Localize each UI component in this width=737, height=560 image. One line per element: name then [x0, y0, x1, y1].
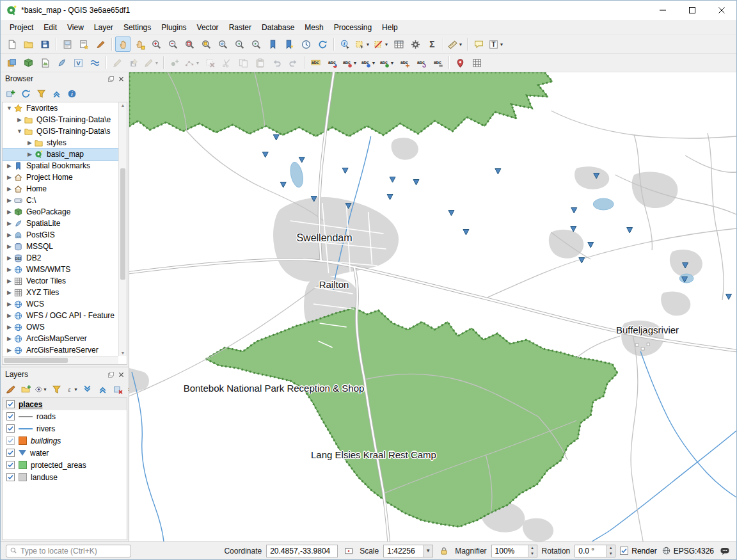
- metasearch-icon[interactable]: [469, 55, 484, 70]
- menu-layer[interactable]: Layer: [89, 21, 118, 34]
- move-label-icon[interactable]: abc: [397, 55, 412, 70]
- zoom-last-icon[interactable]: [232, 36, 247, 52]
- new-virtual-layer-icon[interactable]: V: [70, 55, 86, 70]
- chevron-right-icon[interactable]: ▶: [5, 174, 13, 180]
- zoom-to-layer-icon[interactable]: [215, 36, 230, 52]
- render-checkbox[interactable]: Render: [620, 547, 656, 556]
- vertex-tool-icon[interactable]: ▼: [184, 55, 201, 70]
- zoom-to-selection-icon[interactable]: [198, 36, 214, 52]
- browser-item-basic-map[interactable]: ▶basic_map: [3, 148, 118, 160]
- layer-visibility-checkbox[interactable]: [6, 424, 15, 433]
- layer-item-buildings[interactable]: buildings: [3, 435, 127, 447]
- rotation-spinbox[interactable]: 0.0 ° ▲▼: [575, 545, 615, 557]
- close-button[interactable]: [707, 1, 736, 20]
- add-feature-icon[interactable]: [167, 55, 182, 70]
- chevron-right-icon[interactable]: ▶: [5, 335, 13, 342]
- browser-item-mssql[interactable]: ▶MSSQL: [3, 241, 118, 252]
- highlight-pinned-labels-icon[interactable]: abc▼: [341, 55, 358, 70]
- layer-diagram-icon[interactable]: abc: [324, 55, 340, 70]
- layer-visibility-checkbox[interactable]: [6, 449, 15, 457]
- layer-visibility-checkbox[interactable]: [6, 400, 15, 408]
- chevron-right-icon[interactable]: ▶: [5, 255, 13, 261]
- change-label-icon[interactable]: abc: [430, 55, 445, 70]
- properties-widget-icon[interactable]: i: [65, 86, 79, 100]
- delete-selected-icon[interactable]: [202, 55, 218, 70]
- processing-toolbox-icon[interactable]: [408, 36, 423, 52]
- browser-item-favorites[interactable]: ▼Favorites: [3, 102, 118, 114]
- crs-indicator[interactable]: EPSG:4326: [662, 546, 714, 556]
- layer-item-roads[interactable]: roads: [3, 410, 127, 422]
- browser-item-project-home[interactable]: ▶Project Home: [3, 172, 118, 183]
- float-panel-icon[interactable]: [106, 74, 116, 84]
- zoom-full-icon[interactable]: [182, 36, 197, 52]
- filter-by-expression-icon[interactable]: ε▼: [65, 382, 79, 396]
- scrollbar-thumb[interactable]: [4, 358, 68, 363]
- identify-features-icon[interactable]: i: [337, 36, 353, 52]
- open-attribute-table-icon[interactable]: [391, 36, 406, 52]
- map-tips-icon[interactable]: [471, 36, 486, 52]
- browser-item-home[interactable]: ▶Home: [3, 183, 118, 195]
- browser-item-wfs-ogc-api-feature[interactable]: ▶WFS / OGC API - Feature: [3, 310, 118, 321]
- chevron-right-icon[interactable]: ▶: [5, 220, 13, 227]
- browser-item-arcgismapserver[interactable]: ▶ArcGisMapServer: [3, 333, 118, 344]
- browser-item-arcgisfeatureserver[interactable]: ▶ArcGisFeatureServer: [3, 344, 118, 356]
- zoom-out-icon[interactable]: [165, 36, 180, 52]
- layer-labeling-icon[interactable]: abc: [308, 55, 323, 70]
- deselect-features-icon[interactable]: ▼: [372, 36, 390, 52]
- close-panel-icon[interactable]: [116, 74, 126, 84]
- data-source-manager-icon[interactable]: [4, 55, 19, 70]
- current-edits-icon[interactable]: ▼: [143, 55, 160, 70]
- chevron-right-icon[interactable]: ▶: [5, 209, 13, 215]
- chevron-right-icon[interactable]: ▶: [5, 347, 13, 353]
- text-annotation-icon[interactable]: T▼: [487, 36, 505, 52]
- magnifier-spinbox[interactable]: 100% ▲▼: [491, 545, 537, 557]
- new-spatialite-layer-icon[interactable]: [54, 55, 69, 70]
- browser-item-xyz-tiles[interactable]: ▶XYZ Tiles: [3, 287, 118, 298]
- new-print-layout-icon[interactable]: [59, 36, 75, 52]
- expand-all-icon[interactable]: [80, 382, 94, 396]
- scrollbar-thumb[interactable]: [120, 168, 125, 280]
- browser-item-spatialite[interactable]: ▶SpatiaLite: [3, 218, 118, 229]
- layer-item-protected-areas[interactable]: protected_areas: [3, 459, 127, 471]
- filter-browser-icon[interactable]: [34, 86, 48, 100]
- chevron-right-icon[interactable]: ▶: [5, 243, 13, 250]
- browser-item-c[interactable]: ▶C:\: [3, 195, 118, 206]
- menu-processing[interactable]: Processing: [329, 21, 377, 34]
- add-group-icon[interactable]: [19, 382, 33, 396]
- refresh-browser-icon[interactable]: [19, 86, 33, 100]
- statistical-summary-icon[interactable]: Σ: [424, 36, 440, 52]
- minimize-button[interactable]: [648, 1, 678, 20]
- browser-vertical-scrollbar[interactable]: ▲ ▼: [118, 102, 127, 356]
- collapse-all-icon[interactable]: [49, 86, 63, 100]
- toggle-editing-icon[interactable]: [109, 55, 125, 70]
- chevron-down-icon[interactable]: ▼: [423, 545, 432, 557]
- show-hide-labels-icon[interactable]: abc▼: [378, 55, 395, 70]
- menu-database[interactable]: Database: [257, 21, 299, 34]
- redo-icon[interactable]: [285, 55, 301, 70]
- pan-map-icon[interactable]: [115, 36, 131, 52]
- new-mesh-layer-icon[interactable]: [87, 55, 102, 70]
- menu-project[interactable]: Project: [4, 21, 38, 34]
- manage-map-themes-icon[interactable]: ▼: [34, 382, 48, 396]
- layer-visibility-checkbox[interactable]: [6, 473, 15, 481]
- layer-item-landuse[interactable]: landuse: [3, 471, 127, 483]
- scroll-up-icon[interactable]: ▲: [119, 103, 127, 108]
- browser-item-spatial-bookmarks[interactable]: ▶Spatial Bookmarks: [3, 160, 118, 172]
- chevron-right-icon[interactable]: ▶: [5, 278, 13, 284]
- chevron-right-icon[interactable]: ▶: [26, 140, 34, 146]
- copy-features-icon[interactable]: [235, 55, 251, 70]
- pan-to-selection-icon[interactable]: [132, 36, 147, 52]
- chevron-right-icon[interactable]: ▶: [5, 186, 13, 192]
- coordinate-input[interactable]: 20.4857,-33.9804: [266, 545, 338, 557]
- new-geopackage-layer-icon[interactable]: [20, 55, 36, 70]
- save-layer-edits-icon[interactable]: [126, 55, 141, 70]
- chevron-down-icon[interactable]: ▼: [5, 105, 13, 111]
- lock-scale-button[interactable]: [438, 545, 450, 557]
- maximize-button[interactable]: [678, 1, 707, 20]
- browser-horizontal-scrollbar[interactable]: [3, 356, 118, 364]
- measure-icon[interactable]: ▼: [447, 36, 464, 52]
- layer-item-water[interactable]: water: [3, 447, 127, 459]
- zoom-next-icon[interactable]: [248, 36, 264, 52]
- layer-visibility-checkbox[interactable]: [6, 461, 15, 469]
- messages-button[interactable]: [718, 545, 731, 557]
